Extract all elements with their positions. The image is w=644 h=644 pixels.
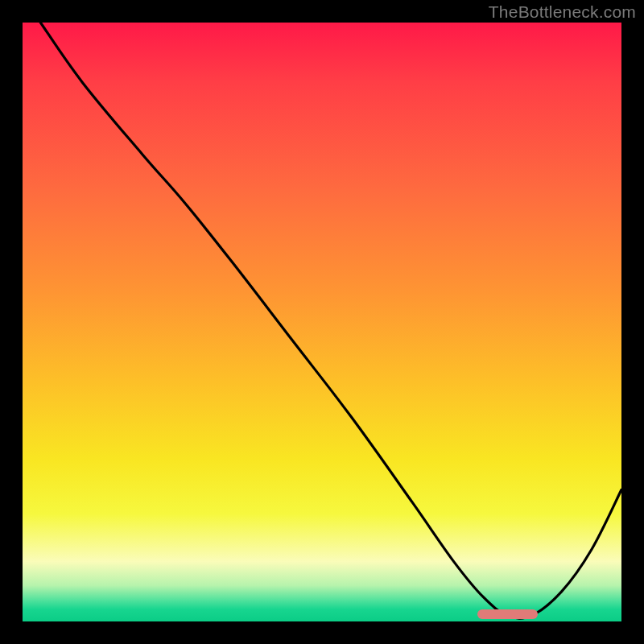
watermark-label: TheBottleneck.com [489, 2, 636, 22]
bottleneck-curve [23, 23, 621, 621]
plot-area [23, 23, 621, 621]
chart-frame: TheBottleneck.com [0, 0, 644, 644]
optimal-range-marker [477, 609, 537, 619]
